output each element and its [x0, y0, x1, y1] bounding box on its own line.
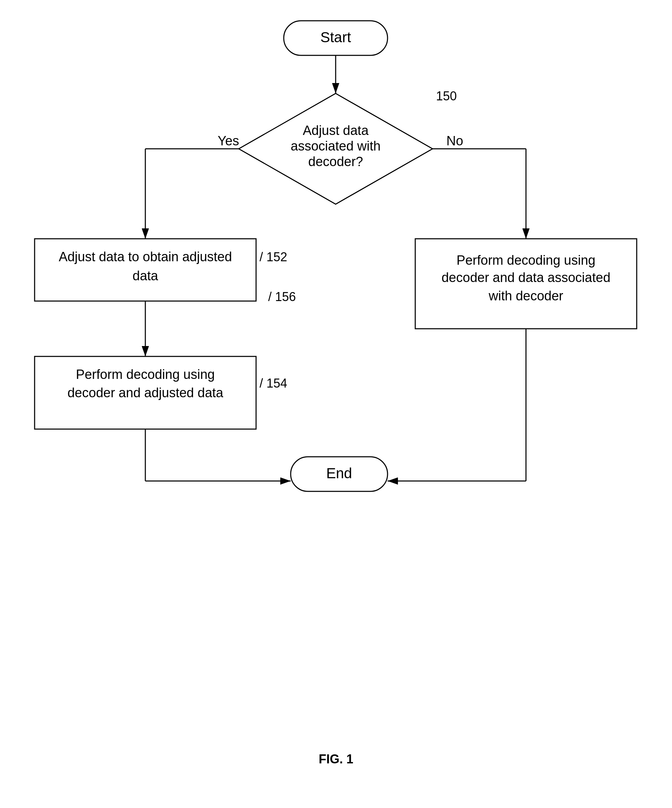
diagram-container: Start Adjust data associated with decode…	[0, 0, 672, 808]
svg-text:with decoder: with decoder	[488, 289, 564, 303]
no-label: No	[446, 134, 464, 148]
svg-text:Adjust data: Adjust data	[303, 123, 369, 138]
svg-text:/ 156: / 156	[268, 290, 296, 304]
start-label: Start	[320, 29, 351, 45]
svg-text:Perform decoding using: Perform decoding using	[457, 253, 595, 267]
svg-text:Adjust data to obtain adjusted: Adjust data to obtain adjusted	[59, 249, 232, 264]
svg-text:Perform decoding using: Perform decoding using	[76, 367, 215, 382]
svg-text:decoder?: decoder?	[308, 154, 363, 169]
svg-text:associated with: associated with	[291, 139, 381, 153]
svg-text:decoder and adjusted data: decoder and adjusted data	[67, 386, 223, 400]
end-label: End	[326, 465, 352, 481]
svg-text:data: data	[133, 269, 158, 283]
yes-label: Yes	[218, 134, 239, 148]
svg-text:150: 150	[436, 89, 457, 103]
svg-text:/ 154: / 154	[260, 376, 287, 390]
figure-label: FIG. 1	[319, 752, 353, 766]
svg-text:decoder and data associated: decoder and data associated	[442, 270, 610, 285]
svg-text:/ 152: / 152	[260, 250, 287, 264]
